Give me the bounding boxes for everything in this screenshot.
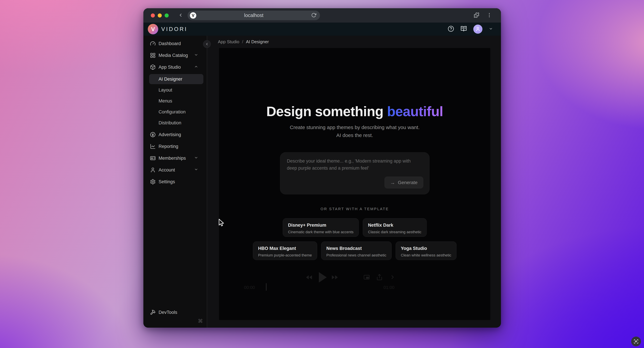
page-subtitle: Create stunning app themes by describing… [219, 123, 490, 139]
sidebar-item-label: Memberships [158, 156, 186, 161]
sidebar-subitem-distribution[interactable]: Distribution [149, 118, 204, 128]
template-description: Clean white wellness aesthetic [401, 253, 452, 257]
generate-button-label: Generate [398, 180, 418, 185]
playhead-marker [266, 283, 266, 291]
breadcrumb-ai-designer: AI Designer [246, 39, 269, 44]
sidebar-item-label: Media Catalog [158, 53, 188, 58]
template-title: Netflix Dark [368, 223, 422, 228]
sidebar-item-reporting[interactable]: Reporting [144, 141, 207, 152]
sidebar-subitem-configuration[interactable]: Configuration [149, 107, 204, 117]
sidebar-subitem-label: Configuration [158, 109, 186, 115]
help-icon[interactable] [448, 25, 454, 33]
grid-icon [150, 52, 156, 58]
scan-text-overlay-button[interactable] [631, 337, 641, 346]
mouse-cursor [218, 219, 226, 227]
sidebar-item-label: Settings [158, 179, 175, 184]
sidebar-item-label: Advertising [158, 132, 181, 137]
gear-icon [150, 179, 156, 184]
sidebar-item-media-catalog[interactable]: Media Catalog [144, 49, 207, 61]
share-icon [376, 273, 383, 281]
generate-button[interactable]: → Generate [384, 176, 423, 188]
ai-designer-canvas: 00:00 01:00 Design something beautiful C… [219, 48, 490, 320]
sidebar-item-account[interactable]: Account [144, 164, 207, 176]
account-menu-chevron-icon[interactable] [489, 27, 493, 31]
player-time-total: 01:00 [384, 285, 394, 290]
minimize-window-button[interactable] [158, 13, 162, 17]
address-bar[interactable]: V localhost [188, 10, 320, 20]
chevron-right-icon [390, 274, 396, 281]
id-card-icon [150, 155, 156, 161]
template-card-yoga-studio[interactable]: Yoga Studio Clean white wellness aesthet… [396, 241, 457, 260]
breadcrumb-separator: / [242, 39, 243, 44]
url-text: localhost [188, 13, 320, 18]
template-card-news-broadcast[interactable]: News Broadcast Professional news channel… [321, 241, 392, 260]
extensions-icon[interactable] [474, 12, 480, 19]
sidebar-subitem-label: AI Designer [158, 77, 182, 82]
close-window-button[interactable] [151, 13, 155, 17]
template-title: News Broadcast [326, 246, 386, 251]
chevron-down-icon [194, 53, 198, 58]
sidebar-item-label: Reporting [158, 144, 178, 149]
sidebar-item-advertising[interactable]: Advertising [144, 129, 207, 141]
gauge-icon [150, 41, 156, 46]
breadcrumb-app-studio[interactable]: App Studio [218, 39, 239, 44]
reload-icon[interactable] [311, 13, 316, 18]
sidebar-subitem-label: Menus [158, 98, 172, 104]
sidebar-item-label: Dashboard [158, 41, 181, 46]
template-title: Disney+ Premium [288, 223, 354, 228]
page-title-gradient-word: beautiful [387, 104, 443, 119]
sidebar-subitem-layout[interactable]: Layout [149, 85, 204, 95]
chevron-down-icon [194, 168, 198, 173]
sidebar-item-app-studio[interactable]: App Studio [144, 61, 207, 73]
fast-forward-icon [331, 274, 339, 281]
chevron-down-icon [194, 156, 198, 161]
template-title: Yoga Studio [401, 246, 452, 251]
sidebar-subitem-label: Layout [158, 88, 172, 93]
template-description: Professional news channel aesthetic [326, 253, 386, 257]
sidebar-subitem-label: Distribution [158, 120, 181, 126]
play-icon [317, 271, 328, 284]
theme-prompt-card: → Generate [280, 152, 430, 194]
user-icon [150, 167, 156, 173]
site-favicon: V [190, 12, 196, 19]
template-description: Cinematic dark theme with blue accents [288, 230, 354, 234]
template-description: Premium purple-accented theme [258, 253, 312, 257]
page-subtitle-line2: AI does the rest. [219, 131, 490, 139]
sidebar-item-devtools[interactable]: DevTools [144, 307, 207, 318]
browser-titlebar: V localhost [144, 8, 501, 22]
page-title-plain: Design something [266, 104, 387, 119]
sidebar-item-memberships[interactable]: Memberships [144, 152, 207, 164]
sidebar-subitem-menus[interactable]: Menus [149, 96, 204, 106]
browser-menu-icon[interactable] [486, 12, 492, 19]
vidori-logo[interactable]: V [148, 24, 158, 34]
user-avatar[interactable] [473, 24, 482, 34]
player-time-current: 00:00 [244, 285, 255, 290]
back-button[interactable] [178, 13, 183, 18]
sidebar-item-dashboard[interactable]: Dashboard [144, 38, 207, 49]
desktop-wallpaper: V localhost V VIDORI [0, 0, 644, 348]
app-header: V VIDORI [144, 22, 501, 36]
arrow-right-icon: → [390, 180, 395, 185]
command-key-icon: ⌘ [198, 318, 203, 324]
rewind-icon [305, 274, 313, 281]
badge-yen-icon [150, 132, 156, 138]
zoom-window-button[interactable] [164, 13, 169, 17]
sidebar-collapse-button[interactable] [203, 40, 211, 48]
chart-line-icon [150, 144, 156, 149]
sidebar-item-settings[interactable]: Settings [144, 176, 207, 188]
page-title: Design something beautiful [219, 105, 490, 118]
sidebar: Dashboard Media Catalog App Studio [144, 36, 207, 328]
browser-window: V localhost V VIDORI [144, 8, 501, 328]
window-controls [151, 13, 169, 17]
box-icon [150, 64, 156, 70]
picture-in-picture-icon [363, 274, 370, 281]
template-card-disney-premium[interactable]: Disney+ Premium Cinematic dark theme wit… [283, 218, 359, 237]
sidebar-item-label: Account [158, 168, 175, 173]
template-description: Classic dark streaming aesthetic [368, 230, 422, 234]
sidebar-subitem-ai-designer[interactable]: AI Designer [149, 74, 204, 84]
page-subtitle-line1: Create stunning app themes by describing… [219, 123, 490, 131]
docs-book-icon[interactable] [460, 25, 467, 33]
template-title: HBO Max Elegant [258, 246, 312, 251]
template-card-netflix-dark[interactable]: Netflix Dark Classic dark streaming aest… [363, 218, 427, 237]
template-card-hbo-max-elegant[interactable]: HBO Max Elegant Premium purple-accented … [253, 241, 317, 260]
